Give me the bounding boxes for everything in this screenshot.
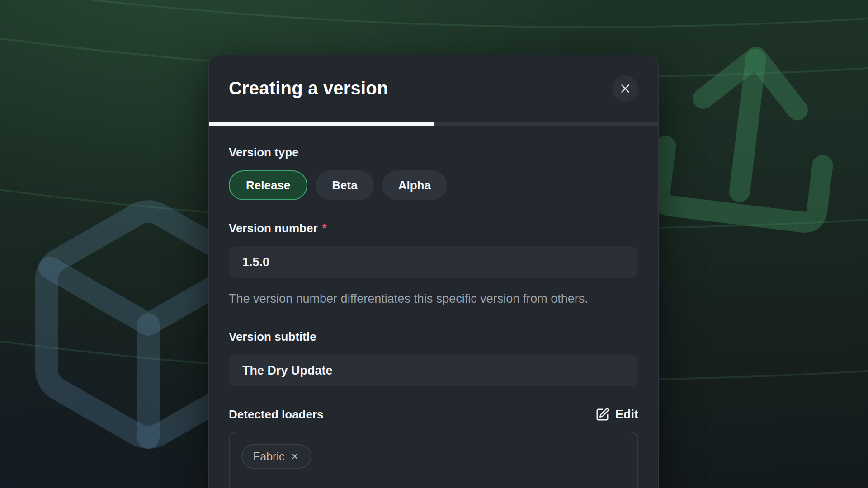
- version-type-beta-button[interactable]: Beta: [316, 170, 373, 200]
- detected-loaders-section: Detected loaders Edit Fabric: [229, 407, 638, 488]
- version-number-help: The version number differentiates this s…: [229, 289, 627, 309]
- upload-arrow-icon: [658, 47, 835, 224]
- create-version-modal: Creating a version Version type Release …: [208, 55, 659, 488]
- version-number-label: Version number *: [229, 221, 638, 235]
- screen: { "modal": { "title": "Creating a versio…: [0, 0, 868, 488]
- square-pen-icon: [595, 408, 609, 422]
- modal-body: Version type Release Beta Alpha Version …: [209, 126, 658, 488]
- version-number-section: Version number * The version number diff…: [229, 221, 638, 309]
- version-type-section: Version type Release Beta Alpha: [229, 145, 638, 200]
- version-type-label: Version type: [229, 145, 638, 160]
- version-type-release-button[interactable]: Release: [229, 170, 307, 200]
- detected-loaders-box: Fabric: [229, 432, 638, 488]
- progress-bar: [209, 122, 658, 126]
- required-marker: *: [322, 221, 327, 235]
- modal-title: Creating a version: [229, 78, 388, 99]
- detected-loaders-label: Detected loaders: [229, 407, 324, 422]
- remove-loader-button[interactable]: [290, 451, 300, 461]
- close-button[interactable]: [612, 75, 638, 102]
- version-type-alpha-button[interactable]: Alpha: [382, 170, 447, 200]
- version-number-input[interactable]: [229, 246, 638, 278]
- version-type-options: Release Beta Alpha: [229, 170, 638, 200]
- version-subtitle-section: Version subtitle: [229, 329, 638, 386]
- version-subtitle-label: Version subtitle: [229, 329, 638, 344]
- detected-loaders-header: Detected loaders Edit: [229, 407, 638, 422]
- close-icon: [619, 83, 631, 94]
- edit-loaders-button[interactable]: Edit: [595, 408, 638, 422]
- loader-chip-fabric: Fabric: [241, 444, 311, 469]
- loader-chip-label: Fabric: [253, 450, 284, 463]
- version-subtitle-input[interactable]: [229, 355, 638, 386]
- close-icon: [290, 451, 300, 461]
- edit-label: Edit: [615, 408, 638, 422]
- modal-header: Creating a version: [209, 55, 658, 122]
- progress-fill: [209, 122, 434, 126]
